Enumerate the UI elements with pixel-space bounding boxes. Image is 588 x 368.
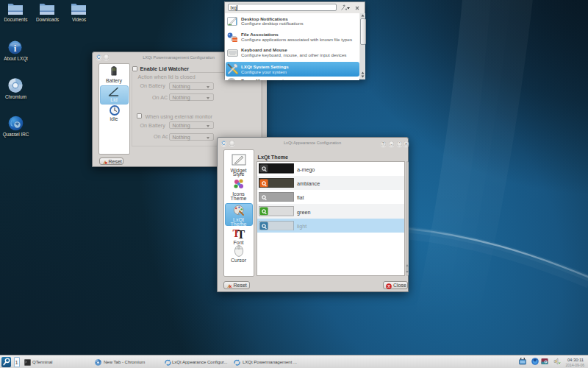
svg-text:T: T: [237, 227, 245, 239]
svg-text:i: i: [14, 43, 17, 54]
